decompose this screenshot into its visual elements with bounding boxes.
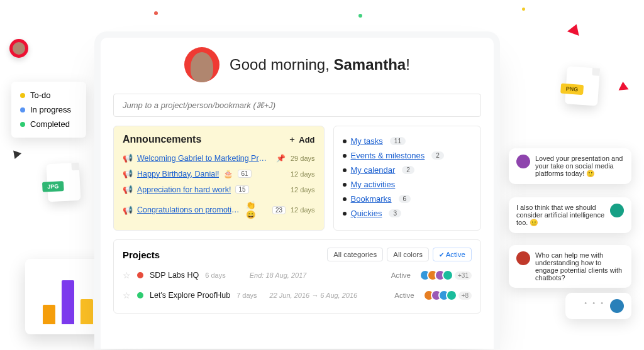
chat-bubble: Who can help me with understanding how t… [509,245,631,288]
count-badge: 15 [235,185,248,194]
quicklink[interactable]: Bookmarks [351,194,392,204]
announcement-item[interactable]: 📢Congratulations on promotion! 👏 😄 23 12… [123,197,315,222]
quicklink-item[interactable]: Events & milestones2 [343,148,472,163]
count-badge: 3 [389,209,401,217]
count-badge: 2 [431,151,444,160]
cursor-arrow-icon [567,22,582,36]
bullet-icon [343,139,347,143]
avatar [610,204,624,217]
announcement-age: 29 days [291,155,315,162]
legend-label: In progress [30,105,71,114]
file-thumb-jpg: JPG [46,163,80,202]
bullet-icon [343,183,347,187]
announcement-item[interactable]: 📢Welcoming Gabriel to Marketing Preacher… [123,150,315,166]
quicklink-item[interactable]: Bookmarks6 [343,192,472,206]
megaphone-icon: 📢 [123,169,133,178]
chart-bar [62,280,74,324]
project-name[interactable]: SDP Labs HQ [150,271,199,280]
bullet-icon [343,168,347,172]
announcement-item[interactable]: 📢Appreciation for hard work! 15 12 days [123,182,315,197]
app-window: Good morning, Samantha! Jump to a projec… [94,31,500,349]
announcement-age: 12 days [291,186,315,194]
project-status: Active [391,271,411,279]
count-badge: 61 [238,170,251,178]
chat-text: Loved your presentation and your take on… [535,155,624,178]
project-dates: End: 18 Aug, 2017 [250,271,307,279]
count-badge: 23 [272,206,286,214]
announcement-link[interactable]: Happy Birthday, Danial! [137,170,219,178]
project-color-dot [137,272,143,278]
add-announcement-button[interactable]: ＋Add [288,134,314,145]
file-badge: JPG [42,181,64,192]
project-color-dot [137,292,143,298]
project-name[interactable]: Let's Explore ProofHub [150,291,230,300]
confetti-dot [358,14,362,18]
star-icon[interactable]: ☆ [123,270,131,280]
file-badge: PNG [560,84,584,95]
status-dot-progress [20,107,25,112]
quicklink-item[interactable]: My activities [343,177,472,192]
quicklink[interactable]: Quickies [351,209,382,218]
bullet-icon [343,154,347,158]
project-members[interactable]: +8 [427,290,472,301]
filter-colors[interactable]: All colors [387,248,429,261]
quicklink[interactable]: Events & milestones [351,151,425,160]
megaphone-icon: 📢 [123,153,133,163]
bullet-icon [343,212,347,216]
plus-icon: ＋ [288,134,296,145]
legend-label: To-do [30,90,51,100]
status-legend: To-do In progress Completed [11,82,86,138]
project-row[interactable]: ☆ Let's Explore ProofHub 7 days 22 Jun, … [123,285,472,305]
file-thumb-png: PNG [565,66,600,106]
count-badge: 2 [402,166,414,174]
chat-text: Who can help me with understanding how t… [535,251,624,282]
legend-label: Completed [30,119,70,129]
project-age: 7 days [236,292,257,299]
bullet-icon [343,197,347,201]
avatar [516,155,530,168]
quicklink-item[interactable]: My calendar2 [343,163,472,177]
cursor-arrow-icon [618,81,628,90]
user-avatar[interactable] [184,47,219,82]
announcement-age: 12 days [291,170,315,178]
filter-categories[interactable]: All categories [327,248,383,261]
project-status: Active [394,292,414,299]
emoji: 🎂 [223,169,233,178]
pin-icon: 📌 [276,154,286,163]
quicklink[interactable]: My tasks [351,136,383,146]
quicklink[interactable]: My calendar [351,165,396,175]
cursor-arrow-icon [10,148,21,159]
announcements-title: Announcements [123,134,201,145]
projects-panel: Projects All categories All colors Activ… [113,239,481,314]
search-input[interactable]: Jump to a project/person/bookmark (⌘+J) [113,94,481,117]
page-greeting: Good morning, Samantha! [230,56,410,74]
emoji: 👏 😄 [246,200,268,219]
chat-bubble: Loved your presentation and your take on… [509,148,631,184]
quicklink[interactable]: My activities [351,180,396,189]
star-icon[interactable]: ☆ [123,290,131,300]
project-age: 6 days [205,271,225,279]
announcement-link[interactable]: Welcoming Gabriel to Marketing Preachers… [137,154,269,163]
megaphone-icon: 📢 [123,205,133,215]
announcement-age: 12 days [291,206,315,214]
confetti-dot [522,8,525,11]
chart-bar [80,299,93,324]
count-badge: 6 [399,195,411,203]
project-row[interactable]: ☆ SDP Labs HQ 6 days End: 18 Aug, 2017 A… [123,265,472,285]
chat-bubble-typing: • • • [565,293,631,319]
project-members[interactable]: +31 [423,270,472,281]
announcement-link[interactable]: Appreciation for hard work! [137,185,231,194]
chart-bar [43,305,55,324]
projects-title: Projects [123,249,160,260]
quicklink-item[interactable]: My tasks11 [343,134,472,148]
chat-bubble: I also think that we should consider art… [509,197,631,233]
status-dot-todo [20,93,25,98]
filter-active[interactable]: Active [433,248,472,261]
announcement-item[interactable]: 📢Happy Birthday, Danial! 🎂 61 12 days [123,166,315,182]
project-dates: 22 Jun, 2016 → 6 Aug, 2016 [270,292,358,299]
avatar [610,299,624,313]
status-dot-completed [20,122,25,127]
quicklink-item[interactable]: Quickies3 [343,206,472,221]
announcement-link[interactable]: Congratulations on promotion! [137,205,242,214]
megaphone-icon: 📢 [123,185,133,194]
